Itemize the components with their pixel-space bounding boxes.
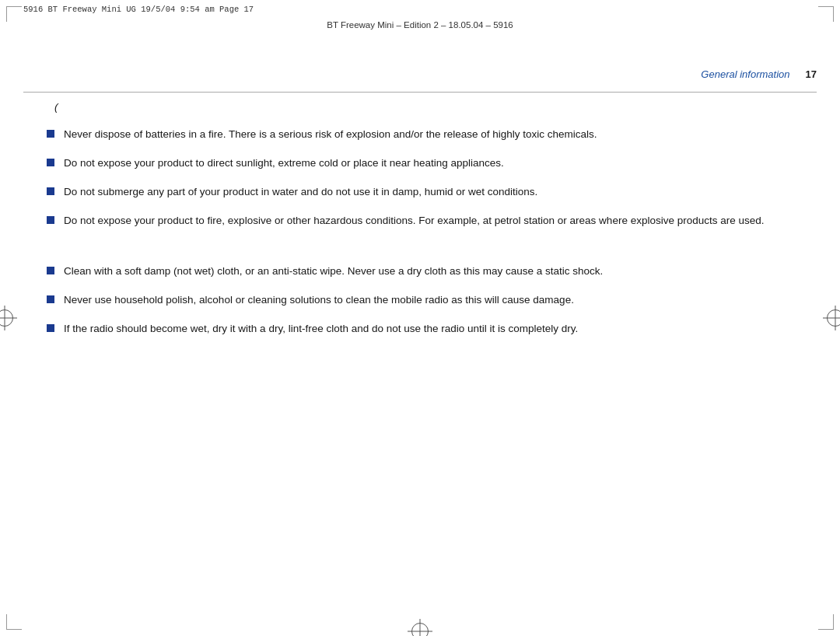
bullet-text: Do not expose your product to direct sun…	[64, 156, 793, 172]
corner-mark-tr	[818, 6, 834, 22]
header-file-info: 5916 BT Freeway Mini UG 19/5/04 9:54 am …	[23, 5, 254, 14]
crosshair-bottom	[411, 623, 429, 636]
bullet-icon	[47, 324, 54, 332]
list-item: Never dispose of batteries in a fire. Th…	[47, 127, 793, 143]
page-container: 5916 BT Freeway Mini UG 19/5/04 9:54 am …	[0, 0, 840, 636]
bullet-icon	[47, 216, 54, 224]
section-title: General information	[701, 68, 789, 80]
crosshair-left	[0, 309, 13, 327]
list-item: Do not submerge any part of your product…	[47, 184, 793, 201]
list-item: Never use household polish, alcohol or c…	[47, 292, 793, 309]
bullet-icon	[47, 187, 54, 195]
corner-mark-br	[818, 614, 834, 630]
bullet-text: If the radio should become wet, dry it w…	[64, 321, 793, 337]
bullet-list-b: Clean with a soft damp (not wet) cloth, …	[47, 264, 793, 337]
list-item: Clean with a soft damp (not wet) cloth, …	[47, 264, 793, 280]
top-header: 5916 BT Freeway Mini UG 19/5/04 9:54 am …	[23, 5, 817, 14]
main-content: ( Never dispose of batteries in a fire. …	[47, 101, 793, 605]
corner-mark-tl	[6, 6, 22, 22]
section-divider-1	[47, 242, 793, 264]
section-a-label: (	[54, 101, 793, 113]
bullet-text: Never dispose of batteries in a fire. Th…	[64, 127, 793, 143]
bullet-text: Never use household polish, alcohol or c…	[64, 292, 793, 309]
bullet-text: Do not expose your product to fire, expl…	[64, 213, 793, 229]
corner-mark-bl	[6, 614, 22, 630]
section-header: General information 17	[23, 68, 817, 80]
bullet-text: Clean with a soft damp (not wet) cloth, …	[64, 264, 793, 280]
bullet-icon	[47, 267, 54, 274]
crosshair-right	[827, 309, 840, 327]
list-item: Do not expose your product to direct sun…	[47, 156, 793, 172]
bullet-list-a: Never dispose of batteries in a fire. Th…	[47, 127, 793, 229]
bullet-icon	[47, 159, 54, 166]
header-center-line: BT Freeway Mini – Edition 2 – 18.05.04 –…	[23, 20, 817, 30]
bullet-icon	[47, 130, 54, 138]
bullet-text: Do not submerge any part of your product…	[64, 184, 793, 201]
page-number: 17	[806, 68, 817, 80]
list-item: If the radio should become wet, dry it w…	[47, 321, 793, 337]
list-item: Do not expose your product to fire, expl…	[47, 213, 793, 229]
bullet-icon	[47, 295, 54, 303]
header-rule	[23, 92, 817, 93]
